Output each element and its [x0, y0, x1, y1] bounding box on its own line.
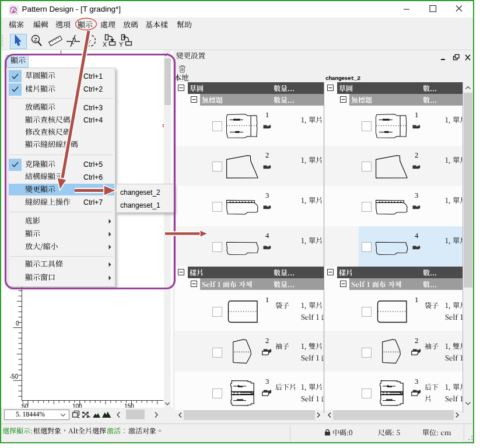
svg-text:X: X [103, 41, 107, 48]
svg-text:Y: Y [119, 41, 123, 48]
svg-text:Z: Z [34, 37, 37, 43]
